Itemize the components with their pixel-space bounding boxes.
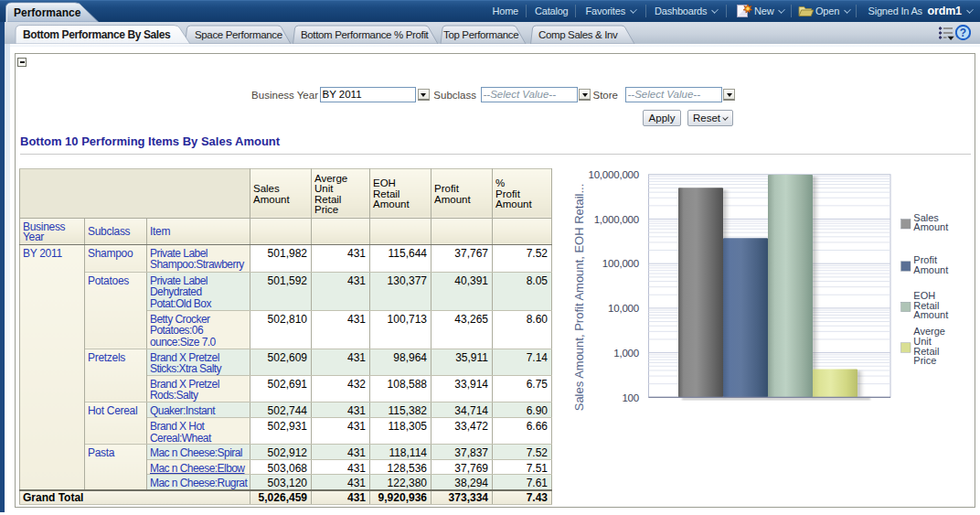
svg-text:Amount: Amount	[913, 309, 948, 320]
svg-text:10,000,000: 10,000,000	[588, 169, 639, 180]
svg-text:Amount: Amount	[913, 221, 948, 232]
svg-text:Sales Amount, Profit Amount, E: Sales Amount, Profit Amount, EOH Retail.…	[572, 184, 586, 412]
svg-text:1,000,000: 1,000,000	[594, 214, 639, 225]
svg-text:100: 100	[622, 392, 639, 403]
svg-text:100,000: 100,000	[602, 258, 639, 269]
svg-text:10,000: 10,000	[608, 303, 639, 314]
svg-text:Amount: Amount	[913, 264, 948, 275]
svg-text:1,000: 1,000	[613, 348, 639, 359]
svg-text:?: ?	[960, 27, 966, 39]
svg-text:Price: Price	[913, 355, 936, 366]
